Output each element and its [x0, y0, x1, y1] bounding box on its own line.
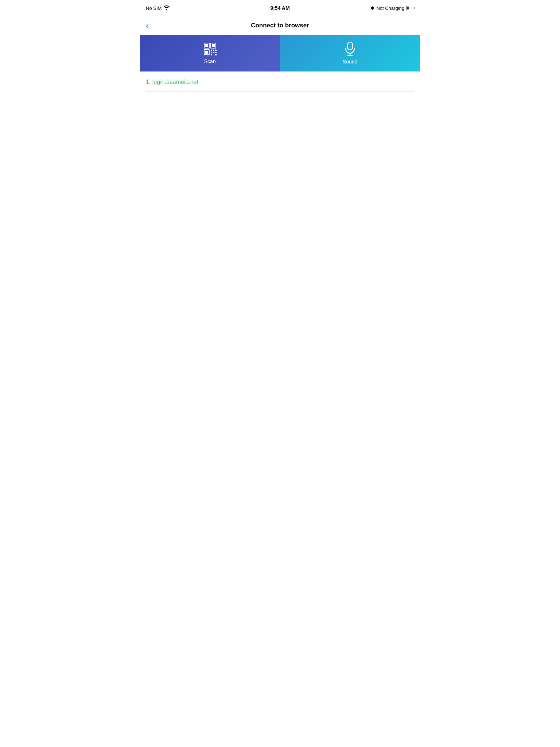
- battery-status-label: Not Charging: [376, 5, 404, 11]
- svg-rect-13: [215, 54, 217, 55]
- svg-rect-5: [205, 51, 208, 54]
- tab-bar: Scan Sound: [140, 35, 420, 71]
- svg-rect-1: [205, 44, 208, 47]
- nav-bar: ‹ Connect to browser: [140, 16, 420, 35]
- tab-sound[interactable]: Sound: [280, 35, 420, 71]
- divider: [146, 91, 414, 92]
- status-time: 9:54 AM: [270, 5, 289, 11]
- svg-rect-3: [212, 44, 215, 47]
- status-bar: No SIM 9:54 AM ✱ Not Charging: [140, 0, 420, 16]
- bluetooth-icon: ✱: [370, 5, 374, 11]
- svg-rect-11: [215, 52, 217, 53]
- svg-rect-12: [211, 54, 212, 55]
- svg-rect-10: [213, 52, 214, 53]
- carrier-label: No SIM: [146, 5, 162, 11]
- status-left: No SIM: [146, 5, 170, 11]
- battery-icon: [406, 6, 414, 10]
- scan-tab-label: Scan: [204, 58, 216, 64]
- svg-rect-7: [213, 50, 214, 51]
- svg-rect-14: [347, 42, 353, 50]
- nav-title: Connect to browser: [251, 22, 309, 29]
- status-right: ✱ Not Charging: [370, 5, 414, 11]
- back-button[interactable]: ‹: [146, 21, 149, 30]
- microphone-icon: [344, 42, 356, 56]
- svg-rect-6: [211, 50, 212, 51]
- content-area: 1. login.beameio.net: [140, 71, 420, 97]
- svg-rect-8: [215, 50, 217, 51]
- tab-scan[interactable]: Scan: [140, 35, 280, 71]
- wifi-icon: [164, 5, 170, 11]
- svg-rect-9: [211, 52, 212, 53]
- browser-link[interactable]: 1. login.beameio.net: [146, 79, 198, 85]
- sound-tab-label: Sound: [343, 59, 357, 65]
- qr-code-icon: [203, 42, 217, 55]
